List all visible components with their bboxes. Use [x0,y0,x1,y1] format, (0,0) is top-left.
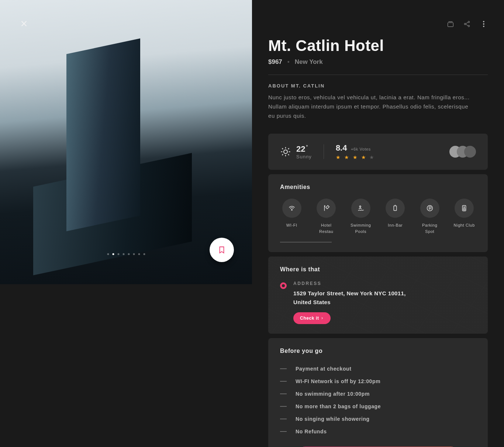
rules-card: Before you go Payment at checkout WI-FI … [268,338,488,447]
rule-text: No swimming after 10:00pm [296,391,370,397]
svg-rect-0 [448,23,453,27]
share-icon [463,20,471,28]
svg-point-3 [468,25,469,27]
separator-dot: • [287,58,290,66]
rule-text: No singing while showering [296,416,370,422]
image-pager[interactable] [107,253,145,255]
degree-symbol: ° [306,144,308,149]
about-heading: ABOUT MT. CATLIN [268,83,488,89]
stats-card: 22° Sunny 8.4 +6k Votes ★ ★ ★ ★ ★ [268,134,488,170]
rule-text: WI-FI Network is off by 12:00pm [296,378,380,384]
share-button[interactable] [463,20,471,28]
more-button[interactable] [480,20,488,28]
amenities-card: Amenities WI-FI Hotel Restau Swimming Po… [268,174,488,252]
rule-text: No more than 2 bags of luggage [296,403,381,409]
svg-point-2 [468,21,469,23]
close-icon [20,20,28,28]
svg-point-7 [284,150,287,154]
gallery-thumbnails[interactable] [449,146,476,158]
amenity-label: Inn-Bar [388,222,403,228]
speaker-icon [460,204,468,212]
building-illustration [33,13,192,271]
amenities-scrollbar[interactable] [280,242,332,243]
rating-stars: ★ ★ ★ ★ ★ [336,154,376,160]
hotel-price: $967 [268,58,282,66]
rule-item: WI-FI Network is off by 12:00pm [280,375,476,388]
amenity-restaurant[interactable]: Hotel Restau [315,199,338,234]
amenities-heading: Amenities [280,184,476,190]
bar-icon [391,204,399,212]
amenity-label: Parking Spot [418,222,442,234]
close-button[interactable] [17,17,31,30]
hotel-city: New York [295,58,323,66]
more-icon [480,20,488,28]
svg-point-8 [291,210,292,210]
restaurant-icon [322,204,330,212]
vertical-separator [324,144,324,159]
pool-icon [357,204,365,212]
amenity-parking[interactable]: Parking Spot [418,199,442,234]
weather-block: 22° Sunny [280,144,312,159]
address-text: 1529 Taylor Street, New York NYC 10011, … [293,289,411,306]
location-heading: Where is that [280,266,476,273]
rule-item: No singing while showering [280,413,476,425]
svg-point-1 [464,23,466,25]
rule-text: No Refunds [296,429,327,434]
sun-icon [280,146,291,157]
amenity-label: Hotel Restau [315,222,338,234]
rule-item: No swimming after 10:00pm [280,388,476,400]
parking-icon [426,204,434,212]
amenity-label: Swimming Pools [349,222,373,234]
amenity-label: Night Club [454,222,475,228]
amenity-wifi[interactable]: WI-FI [280,199,304,234]
rules-heading: Before you go [280,348,476,354]
rating-block: 8.4 +6k Votes ★ ★ ★ ★ ★ [336,143,376,160]
rule-item: Payment at checkout [280,362,476,375]
rating-score: 8.4 [336,143,347,153]
svg-point-13 [464,207,465,207]
amenity-label: WI-FI [286,222,297,228]
rating-votes: +6k Votes [351,147,371,151]
location-pin-icon [280,282,287,289]
amenity-nightclub[interactable]: Night Club [453,199,476,234]
svg-point-6 [483,26,484,27]
svg-point-11 [427,206,432,211]
wifi-icon [288,204,296,212]
rule-item: No more than 2 bags of luggage [280,400,476,413]
hotel-subline: $967 • New York [268,58,488,75]
bookmark-button[interactable] [210,238,234,262]
rule-text: Payment at checkout [296,366,351,372]
address-label: ADDRESS [293,281,411,286]
check-button-label: Check it [300,316,319,321]
hotel-title: Mt. Catlin Hotel [268,37,488,55]
gallery-icon [446,20,455,28]
svg-rect-10 [394,206,397,211]
weather-condition: Sunny [296,154,312,159]
svg-point-9 [359,206,361,207]
amenity-pool[interactable]: Swimming Pools [349,199,373,234]
svg-point-14 [463,209,465,210]
rule-item: No Refunds [280,425,476,438]
amenity-bar[interactable]: Inn-Bar [384,199,407,234]
location-card: Where is that ADDRESS 1529 Taylor Street… [268,257,488,334]
svg-point-5 [483,24,484,25]
hotel-hero-image [0,0,252,284]
check-location-button[interactable]: Check it [293,312,331,324]
weather-temp: 22 [296,144,305,154]
about-body: Nunc justo eros, vehicula vel vehicula u… [268,93,475,120]
chevron-right-icon [320,316,324,320]
bookmark-icon [218,246,226,254]
svg-point-4 [483,21,484,22]
gallery-button[interactable] [446,20,455,28]
